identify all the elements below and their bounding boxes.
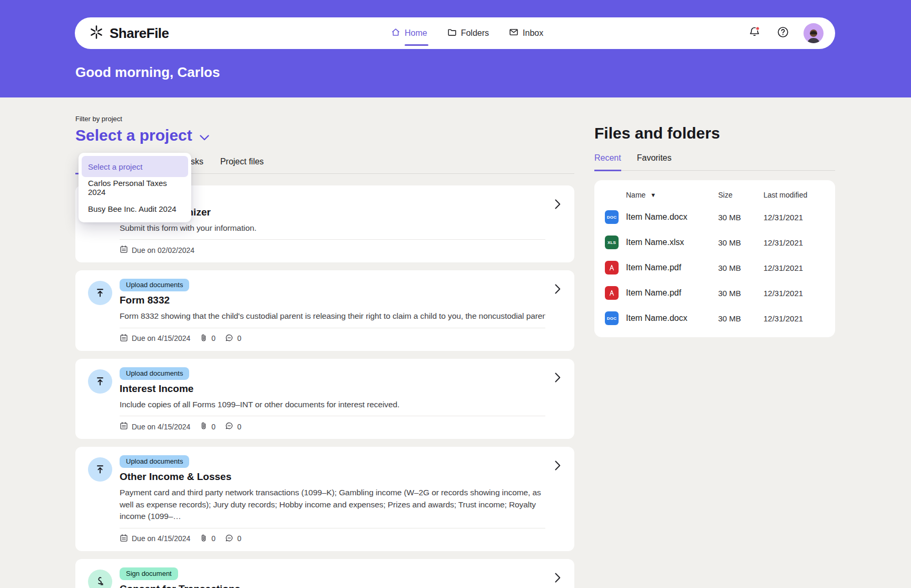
task-attachments-count: 0 bbox=[211, 423, 215, 431]
greeting: Good morning, Carlos bbox=[75, 64, 220, 81]
signature-icon bbox=[88, 570, 112, 588]
task-description: Form 8332 showing that the child's custo… bbox=[120, 310, 545, 322]
nav-home-label: Home bbox=[405, 28, 427, 38]
file-modified: 12/31/2021 bbox=[763, 238, 822, 247]
file-size: 30 MB bbox=[718, 238, 763, 247]
file-name: Item Name.xlsx bbox=[626, 238, 684, 247]
task-due: Due on 4/15/2024 bbox=[132, 423, 190, 431]
task-title: Interest Income bbox=[120, 383, 545, 395]
file-name: Item Name.pdf bbox=[626, 263, 681, 272]
file-row[interactable]: DOC Item Name.docx 30 MB 12/31/2021 bbox=[594, 204, 835, 230]
divider bbox=[120, 328, 545, 328]
file-size: 30 MB bbox=[718, 289, 763, 298]
file-size: 30 MB bbox=[718, 263, 763, 272]
divider bbox=[120, 528, 545, 528]
xls-file-icon: XLS bbox=[605, 236, 619, 249]
task-badge: Sign document bbox=[120, 567, 178, 580]
folder-icon bbox=[447, 27, 457, 39]
upload-icon bbox=[88, 369, 112, 394]
files-panel: Files and folders Recent Favorites Name … bbox=[594, 124, 835, 337]
user-avatar[interactable] bbox=[804, 23, 824, 43]
file-row[interactable]: Item Name.pdf 30 MB 12/31/2021 bbox=[594, 255, 835, 280]
file-name: Item Name.docx bbox=[626, 313, 687, 323]
brand-logo[interactable]: ShareFile bbox=[89, 24, 169, 42]
nav-folders-label: Folders bbox=[461, 28, 489, 38]
nav-home[interactable]: Home bbox=[391, 17, 427, 49]
task-list: 2023 Tax Organizer Submit this form with… bbox=[75, 185, 574, 588]
task-card[interactable]: Upload documents Form 8332 Form 8332 sho… bbox=[75, 270, 574, 350]
comment-icon bbox=[225, 422, 233, 432]
nav-active-underline bbox=[405, 44, 428, 46]
sort-caret-icon: ▼ bbox=[650, 192, 656, 198]
file-row[interactable]: XLS Item Name.xlsx 30 MB 12/31/2021 bbox=[594, 230, 835, 255]
help-button[interactable] bbox=[775, 25, 791, 41]
task-description: Submit this form with your information. bbox=[120, 222, 545, 234]
task-card[interactable]: Upload documents Interest Income Include… bbox=[75, 359, 574, 439]
task-description: Payment card and third party network tra… bbox=[120, 487, 545, 522]
task-attachments-count: 0 bbox=[211, 534, 215, 543]
header-actions bbox=[747, 23, 824, 43]
nav-inbox[interactable]: Inbox bbox=[509, 17, 543, 49]
nav-folders[interactable]: Folders bbox=[447, 17, 489, 49]
doc-file-icon: DOC bbox=[605, 311, 619, 325]
notifications-button[interactable] bbox=[747, 25, 762, 41]
files-panel-title: Files and folders bbox=[594, 124, 835, 142]
task-comments-count: 0 bbox=[237, 423, 241, 431]
dropdown-option[interactable]: Select a project bbox=[82, 156, 188, 177]
task-comments-count: 0 bbox=[237, 534, 241, 543]
dropdown-option[interactable]: Busy Bee Inc. Audit 2024 bbox=[82, 198, 188, 219]
chevron-right-icon[interactable] bbox=[555, 373, 561, 385]
home-icon bbox=[391, 27, 400, 39]
upload-icon bbox=[88, 457, 112, 482]
calendar-icon bbox=[120, 334, 128, 344]
doc-file-icon: DOC bbox=[605, 210, 619, 224]
paperclip-icon bbox=[200, 334, 208, 344]
project-dropdown-menu: Select a project Carlos Personal Taxes 2… bbox=[79, 153, 191, 222]
file-row[interactable]: DOC Item Name.docx 30 MB 12/31/2021 bbox=[594, 306, 835, 331]
file-modified: 12/31/2021 bbox=[763, 263, 822, 272]
task-title: Other Income & Losses bbox=[120, 471, 545, 483]
upload-icon bbox=[88, 281, 112, 305]
tab-project-files[interactable]: Project files bbox=[220, 157, 264, 173]
files-table: Name ▼ Size Last modified DOC Item Name.… bbox=[594, 180, 835, 337]
chevron-right-icon[interactable] bbox=[555, 199, 561, 211]
column-header-size: Size bbox=[718, 191, 763, 199]
task-title: Form 8332 bbox=[120, 295, 545, 306]
project-select-trigger[interactable]: Select a project bbox=[75, 126, 209, 144]
task-card[interactable]: Sign document Consent for Transactions S… bbox=[75, 559, 574, 588]
divider bbox=[120, 416, 545, 416]
paperclip-icon bbox=[200, 534, 208, 544]
sharefile-logo-icon bbox=[89, 24, 104, 42]
task-due: Due on 02/02/2024 bbox=[132, 246, 194, 254]
dropdown-option[interactable]: Carlos Personal Taxes 2024 bbox=[82, 177, 188, 198]
task-title: Consent for Transactions bbox=[120, 583, 545, 588]
file-size: 30 MB bbox=[718, 314, 763, 323]
bell-icon bbox=[748, 26, 761, 41]
project-select-value: Select a project bbox=[75, 126, 192, 144]
file-name: Item Name.pdf bbox=[626, 288, 681, 298]
nav-inbox-label: Inbox bbox=[523, 28, 543, 38]
task-due: Due on 4/15/2024 bbox=[132, 534, 190, 543]
file-modified: 12/31/2021 bbox=[763, 314, 822, 323]
help-icon bbox=[777, 26, 789, 41]
tab-favorites[interactable]: Favorites bbox=[637, 153, 672, 170]
task-description: Include copies of all Forms 1099–INT or … bbox=[120, 399, 545, 410]
chevron-right-icon[interactable] bbox=[555, 573, 561, 585]
column-header-name[interactable]: Name ▼ bbox=[605, 191, 718, 199]
calendar-icon bbox=[120, 534, 128, 544]
task-card[interactable]: Upload documents Other Income & Losses P… bbox=[75, 447, 574, 551]
task-due: Due on 4/15/2024 bbox=[132, 334, 190, 342]
pdf-file-icon bbox=[605, 261, 619, 275]
tab-recent[interactable]: Recent bbox=[594, 153, 621, 171]
brand-name: ShareFile bbox=[110, 25, 169, 42]
file-modified: 12/31/2021 bbox=[763, 213, 822, 222]
file-row[interactable]: Item Name.pdf 30 MB 12/31/2021 bbox=[594, 280, 835, 306]
divider bbox=[120, 239, 545, 240]
comment-icon bbox=[225, 334, 233, 344]
chevron-right-icon[interactable] bbox=[555, 284, 561, 296]
task-attachments-count: 0 bbox=[211, 334, 215, 342]
task-badge: Upload documents bbox=[120, 367, 189, 380]
task-comments-count: 0 bbox=[237, 334, 241, 342]
task-badge: Upload documents bbox=[120, 455, 189, 468]
chevron-right-icon[interactable] bbox=[555, 460, 561, 473]
